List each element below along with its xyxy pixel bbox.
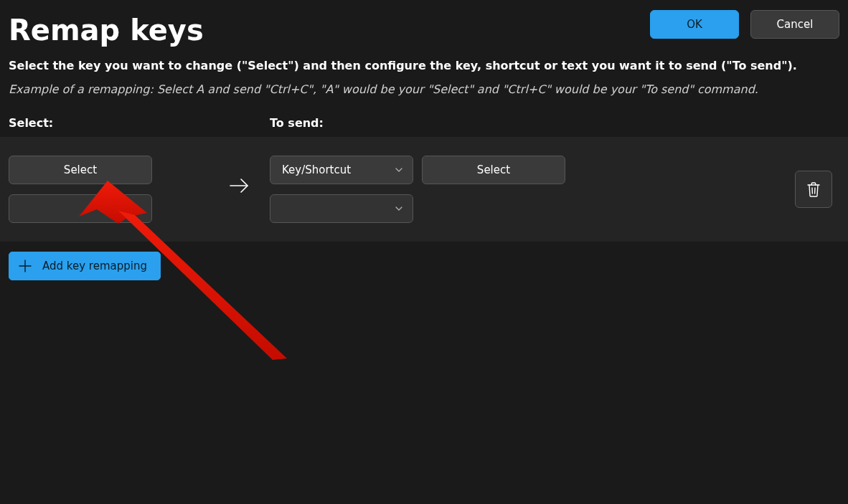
send-key-dropdown[interactable]: [270, 194, 413, 223]
header-buttons: OK Cancel: [650, 7, 839, 39]
trash-icon: [806, 181, 821, 197]
chevron-down-icon: [394, 204, 404, 214]
column-headers: Select: To send:: [0, 96, 848, 137]
column-header-to-send: To send:: [270, 116, 324, 130]
select-key-button[interactable]: Select: [9, 156, 152, 184]
arrow-separator: [209, 156, 270, 194]
column-header-select: Select:: [9, 116, 270, 130]
add-row-container: Add key remapping: [0, 242, 848, 290]
ok-button[interactable]: OK: [650, 10, 739, 39]
intro-text: Select the key you want to change ("Sele…: [0, 46, 848, 96]
remap-row: Select Key/Shortcut Select: [0, 137, 848, 242]
delete-column: [795, 171, 839, 208]
select-key-dropdown[interactable]: [9, 194, 152, 223]
select-column: Select: [9, 156, 209, 223]
add-key-remapping-button[interactable]: Add key remapping: [9, 252, 161, 280]
arrow-right-icon: [229, 177, 250, 194]
cancel-button[interactable]: Cancel: [750, 10, 839, 39]
add-button-label: Add key remapping: [42, 260, 147, 272]
send-type-dropdown[interactable]: Key/Shortcut: [270, 156, 413, 184]
intro-line-2: Example of a remapping: Select A and sen…: [9, 82, 839, 96]
page-title: Remap keys: [9, 14, 204, 46]
header: Remap keys OK Cancel: [0, 0, 848, 46]
delete-row-button[interactable]: [795, 171, 832, 208]
plus-icon: [18, 259, 32, 273]
send-type-value: Key/Shortcut: [282, 163, 394, 176]
intro-line-1: Select the key you want to change ("Sele…: [9, 59, 839, 72]
to-send-column: Key/Shortcut Select: [270, 156, 565, 223]
chevron-down-icon: [394, 165, 404, 175]
send-select-button[interactable]: Select: [422, 156, 565, 184]
